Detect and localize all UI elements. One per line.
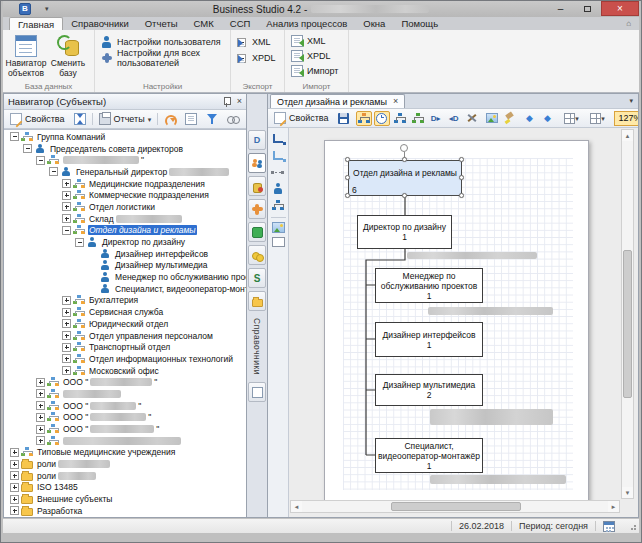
import-xpdl-button[interactable]: XPDL <box>287 49 342 63</box>
close-button[interactable]: × <box>601 1 639 16</box>
collapse-icon[interactable] <box>49 167 58 176</box>
expand-icon[interactable] <box>10 495 19 504</box>
properties-button[interactable]: Свойства <box>7 112 68 126</box>
selection-handle[interactable] <box>345 157 350 162</box>
export-xml-button[interactable]: XML <box>233 35 280 49</box>
expand-icon[interactable] <box>36 378 45 387</box>
quick-access-caret-icon[interactable] <box>45 5 49 13</box>
calendar-button[interactable] <box>596 519 622 533</box>
side-tab-database[interactable] <box>248 176 266 196</box>
zoom-combo[interactable]: 127% <box>614 111 638 126</box>
document-button[interactable] <box>182 112 200 126</box>
vertical-scroll-thumb[interactable] <box>623 250 632 398</box>
person-tool-icon[interactable] <box>271 183 286 196</box>
refresh-tree-button[interactable] <box>71 112 89 126</box>
tree-item[interactable]: роли <box>4 458 246 470</box>
tree-item[interactable]: ООО "" <box>4 400 246 412</box>
horizontal-scrollbar[interactable]: ◄ ► <box>290 500 620 513</box>
expand-icon[interactable] <box>62 319 71 328</box>
image-tool-icon[interactable] <box>272 222 285 233</box>
move-in-button[interactable]: ◂D <box>446 111 462 126</box>
expand-icon[interactable] <box>62 191 71 200</box>
import-xml-button[interactable]: XML <box>287 34 342 48</box>
expand-icon[interactable] <box>36 425 45 434</box>
selection-handle[interactable] <box>345 193 350 198</box>
dashed-link-tool-icon[interactable] <box>271 166 286 179</box>
tab-smk[interactable]: СМК <box>186 17 222 30</box>
resize-grip[interactable] <box>628 522 636 530</box>
tab-list-dropdown-icon[interactable] <box>629 97 633 105</box>
collapse-icon[interactable] <box>62 226 71 235</box>
selection-handle[interactable] <box>345 175 350 180</box>
expand-icon[interactable] <box>62 179 71 188</box>
org-node-multimedia-designer[interactable]: Дизайнер мультимедиа 2 <box>375 374 483 406</box>
expand-icon[interactable] <box>10 460 19 469</box>
collapse-icon[interactable] <box>36 156 45 165</box>
rotation-handle[interactable] <box>400 144 408 152</box>
tree-item[interactable]: ООО "" <box>4 423 246 435</box>
tree-item[interactable]: Специалист, видеооператор-монтажёр <box>4 283 246 295</box>
user-settings-button[interactable]: Настройки пользователя <box>97 35 228 49</box>
diagram-properties-button[interactable]: Свойства <box>271 111 332 125</box>
tab-pomosch[interactable]: Помощь <box>393 17 446 30</box>
tab-okna[interactable]: Окна <box>355 17 393 30</box>
tab-glavnaya[interactable]: Главная <box>9 17 63 30</box>
scroll-right-icon[interactable]: ► <box>608 501 619 512</box>
expand-icon[interactable] <box>36 436 45 445</box>
selection-handle[interactable] <box>459 175 464 180</box>
org-node-department[interactable]: Отдел дизайна и рекламы 6 <box>348 160 462 196</box>
selection-handle[interactable] <box>402 157 407 162</box>
expand-icon[interactable] <box>36 389 45 398</box>
import-button[interactable]: Импорт <box>287 64 342 78</box>
tree-item[interactable]: Директор по дизайну <box>4 236 246 248</box>
tree-item[interactable]: Дизайнер мультимедиа <box>4 260 246 272</box>
tab-analiz-processov[interactable]: Анализ процессов <box>258 17 355 30</box>
tree-item[interactable]: ISO 13485 <box>4 482 246 494</box>
tree-item[interactable]: Типовые медицинские учреждения <box>4 447 246 459</box>
side-tab-objects[interactable] <box>248 222 266 242</box>
tree-item[interactable] <box>4 388 246 400</box>
org-node-director[interactable]: Директор по дизайну 1 <box>357 215 452 249</box>
reports-button[interactable]: Отчеты <box>96 112 155 126</box>
expand-icon[interactable] <box>62 343 71 352</box>
tab-ssp[interactable]: ССП <box>222 17 259 30</box>
move-out-button[interactable]: D▸ <box>428 111 444 126</box>
expand-icon[interactable] <box>10 506 19 515</box>
expand-icon[interactable] <box>62 202 71 211</box>
orgchart-mode-toggle[interactable] <box>356 111 372 126</box>
horizontal-scroll-thumb[interactable] <box>391 502 521 511</box>
expand-icon[interactable] <box>62 354 71 363</box>
minimize-button[interactable]: – <box>547 1 574 16</box>
tree-item[interactable] <box>4 435 246 447</box>
tree-item[interactable]: Сервисная служба <box>4 306 246 318</box>
vertical-scrollbar[interactable]: ▲ ▼ <box>621 129 634 499</box>
ribbon-collapse-icon[interactable]: ⌂ <box>626 19 631 28</box>
org-node-specialist[interactable]: Специалист, видеооператор-монтажёр 1 <box>375 438 483 473</box>
subordination-button[interactable] <box>392 111 408 126</box>
tree-item[interactable]: " <box>4 154 246 166</box>
side-tab-new-page[interactable] <box>248 382 266 402</box>
redo-button[interactable] <box>161 112 179 126</box>
tree-item[interactable]: Внешние субъекты <box>4 493 246 505</box>
tree-item[interactable]: Председатель совета директоров <box>4 143 246 155</box>
expand-icon[interactable] <box>62 366 71 375</box>
collapse-icon[interactable] <box>23 144 32 153</box>
side-tab-currency[interactable]: S <box>248 268 266 288</box>
layout-button-1[interactable] <box>560 111 584 126</box>
link-button[interactable] <box>224 112 242 126</box>
side-tab-finance[interactable] <box>248 245 266 265</box>
diagram-tab-close-icon[interactable]: × <box>393 97 398 106</box>
tree-item[interactable]: Бухгалтерия <box>4 295 246 307</box>
tree-item[interactable]: Дизайнер интерфейсов <box>4 248 246 260</box>
selection-handle[interactable] <box>459 157 464 162</box>
side-tab-diagrams[interactable]: D <box>248 130 266 150</box>
tab-otchety[interactable]: Отчеты <box>137 17 186 30</box>
pin-icon[interactable] <box>222 97 231 107</box>
tree-item[interactable]: Отдел дизайна и рекламы <box>4 225 246 237</box>
expand-icon[interactable] <box>10 448 19 457</box>
reports-dropdown-icon[interactable] <box>148 114 152 124</box>
collapse-icon[interactable] <box>75 238 84 247</box>
tree-item[interactable]: Разработка <box>4 505 246 517</box>
connector-light-tool-icon[interactable] <box>271 149 286 162</box>
filter-button[interactable] <box>203 112 221 126</box>
